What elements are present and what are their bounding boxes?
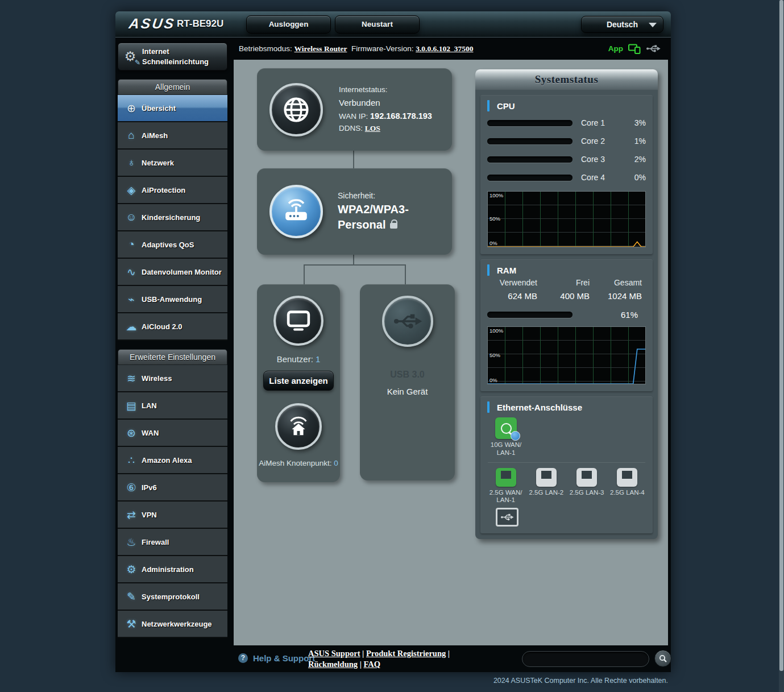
- ddns-label: DDNS:: [339, 124, 363, 132]
- network-tools-icon: ⚒: [121, 618, 142, 631]
- sidebar-item-amazon-alexa[interactable]: ∴ Amazon Alexa: [118, 447, 227, 474]
- cpu-title: CPU: [497, 101, 515, 111]
- port-25g-lan2[interactable]: 2.5G LAN-2: [528, 468, 565, 497]
- clients-count: 1: [316, 354, 320, 364]
- admin-gear-icon: ⚙: [121, 563, 142, 576]
- sidebar-item-wan[interactable]: ⊛ WAN: [118, 420, 227, 447]
- quick-setup-button[interactable]: ⚙✎ Internet Schnelleinrichtung: [118, 43, 227, 71]
- sidebar-item-lan[interactable]: ▤ LAN: [118, 392, 227, 420]
- logout-button[interactable]: Ausloggen: [246, 15, 331, 34]
- language-value: Deutsch: [607, 20, 638, 29]
- lock-icon: [390, 223, 397, 229]
- internet-status-card[interactable]: Internetstatus: Verbunden WAN IP: 192.16…: [257, 68, 452, 151]
- reboot-button[interactable]: Neustart: [335, 15, 420, 34]
- product-registration-link[interactable]: Produkt Registrierung: [366, 649, 446, 658]
- show-list-button[interactable]: Liste anzeigen: [263, 371, 334, 391]
- ethernet-divider: [488, 462, 645, 463]
- wan-ip-label: WAN IP:: [339, 112, 368, 121]
- map-connector: [304, 264, 406, 266]
- section-header-advanced: Erweiterte Einstellungen: [118, 349, 227, 365]
- sidebar-item-netzwerkwerkzeuge[interactable]: ⚒ Netzwerkwerkzeuge: [118, 611, 227, 638]
- mode-value-link[interactable]: Wireless Router: [294, 44, 347, 53]
- usb-status-icon[interactable]: [646, 44, 661, 53]
- quick-setup-line1: Internet: [142, 47, 169, 56]
- rj45-port-icon: [496, 468, 516, 487]
- scrollbar-thumb[interactable]: [779, 0, 783, 671]
- faq-link[interactable]: FAQ: [363, 660, 380, 669]
- search-input[interactable]: [528, 653, 641, 665]
- ram-section: RAM Verwendet 624 MB Frei 400 MB Gesamt …: [480, 259, 653, 391]
- sidebar-item-aicloud[interactable]: ☁ AiCloud 2.0: [118, 313, 227, 341]
- security-label: Sicherheit:: [338, 191, 446, 200]
- page-scrollbar[interactable]: [779, 0, 784, 692]
- usb-stick-icon: ⌁: [121, 293, 142, 306]
- aimesh-home-icon: ⌂: [121, 129, 142, 142]
- rj45-port-icon: [617, 468, 637, 487]
- top-bar: ASUS RT-BE92U Ausloggen Neustart Deutsch: [115, 11, 671, 37]
- usb-card[interactable]: USB 3.0 Kein Gerät: [360, 284, 455, 480]
- sidebar-item-aiprotection[interactable]: ◈ AiProtection: [118, 177, 227, 204]
- sidebar-item-adaptives-qos[interactable]: ◔ Adaptives QoS: [118, 231, 227, 259]
- security-card[interactable]: Sicherheit: WPA2/WPA3-Personal: [257, 168, 452, 255]
- ddns-value-link[interactable]: LOS: [365, 124, 380, 132]
- port-25g-lan3[interactable]: 2.5G LAN-3: [569, 468, 605, 497]
- sidebar-item-datenvolumen-monitor[interactable]: ∿ Datenvolumen Monitor: [118, 259, 227, 286]
- sidebar-item-firewall[interactable]: ♨ Firewall: [118, 529, 227, 556]
- shield-icon: ◈: [121, 184, 142, 197]
- sidebar-item-kindersicherung[interactable]: ☺ Kindersicherung: [118, 204, 227, 231]
- rj45-port-icon: [576, 468, 597, 487]
- firmware-value-link[interactable]: 3.0.0.6.102_37500: [416, 44, 473, 53]
- cpu-core-row: Core 4 0%: [487, 168, 646, 187]
- map-connector: [304, 265, 305, 284]
- gauge-icon: ◔: [121, 238, 142, 251]
- cpu-core-row: Core 3 2%: [487, 150, 646, 168]
- sidebar-item-uebersicht[interactable]: ⊕ Übersicht: [118, 95, 227, 122]
- clients-label: Benutzer:: [277, 354, 313, 364]
- ram-title: RAM: [497, 266, 516, 275]
- wan-ip-value: 192.168.178.193: [370, 111, 432, 121]
- sidebar-item-wireless[interactable]: ≋ Wireless: [118, 365, 227, 392]
- system-log-icon: ✎: [121, 590, 142, 603]
- map-connector: [353, 255, 354, 265]
- port-10g-icon: [495, 417, 517, 439]
- feedback-link[interactable]: Rückmeldung: [308, 660, 358, 669]
- ram-free-value: 400 MB: [537, 291, 590, 301]
- sidebar-item-ipv6[interactable]: ⑥ IPv6: [118, 474, 227, 502]
- help-support-link[interactable]: ? Help & Support: [238, 653, 315, 663]
- sidebar-item-netzwerk[interactable]: ♁ Netzwerk: [118, 150, 227, 177]
- search-icon: [659, 654, 667, 663]
- port-25g-lan4[interactable]: 2.5G LAN-4: [609, 468, 646, 497]
- setup-pen-icon: ✎: [135, 59, 140, 67]
- aimesh-node-icon: [275, 403, 322, 450]
- sidebar-item-vpn[interactable]: ⇄ VPN: [118, 502, 227, 529]
- ram-total-label: Gesamt: [590, 278, 642, 287]
- link-glyph-icon: [501, 423, 512, 434]
- usb-port-icon[interactable]: [496, 508, 518, 527]
- system-status-title: Systemstatus: [475, 69, 658, 90]
- sidebar-item-administration[interactable]: ⚙ Administration: [118, 556, 227, 583]
- app-devices-icon[interactable]: [628, 44, 641, 54]
- ram-total-value: 1024 MB: [590, 291, 642, 301]
- network-globe-icon: ♁: [121, 156, 142, 169]
- asus-support-link[interactable]: ASUS Support: [308, 649, 360, 658]
- ram-used-label: Verwendet: [487, 278, 537, 287]
- alexa-network-icon: ∴: [121, 454, 142, 467]
- search-button[interactable]: [654, 650, 671, 667]
- wireless-signal-icon: ≋: [121, 372, 142, 385]
- cpu-core-row: Core 1 3%: [487, 114, 646, 132]
- firewall-flame-icon: ♨: [121, 536, 142, 549]
- language-dropdown[interactable]: Deutsch: [581, 16, 663, 33]
- ram-accent-bar: [487, 264, 490, 276]
- asus-logo: ASUS: [128, 15, 177, 32]
- port-10g-wan[interactable]: 10G WAN/ LAN-1: [487, 417, 525, 457]
- sidebar-item-systemprotokoll[interactable]: ✎ Systemprotokoll: [118, 583, 227, 611]
- overview-globe-icon: ⊕: [121, 102, 142, 115]
- port-25g-wan-lan1[interactable]: 2.5G WAN/ LAN-1: [487, 468, 524, 505]
- clients-card[interactable]: Benutzer: 1 Liste anzeigen AiMesh Knoten…: [257, 284, 340, 482]
- sidebar-item-aimesh[interactable]: ⌂ AiMesh: [118, 122, 227, 150]
- sidebar-item-usb-anwendung[interactable]: ⌁ USB-Anwendung: [118, 286, 227, 313]
- setup-gear-icon: ⚙✎: [118, 49, 142, 64]
- globe-icon: [269, 83, 323, 136]
- map-connector: [353, 151, 354, 169]
- copyright-text: 2024 ASUSTeK Computer Inc. Alle Rechte v…: [493, 677, 668, 685]
